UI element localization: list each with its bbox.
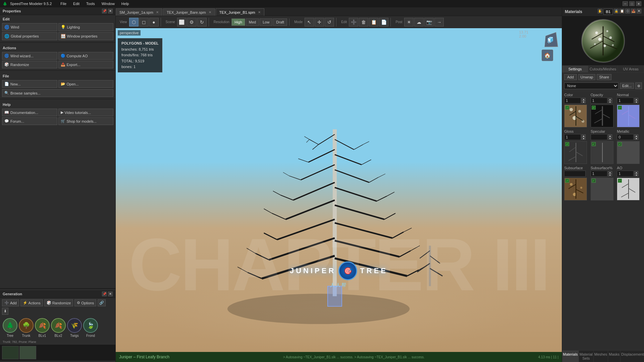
edit-copy-button[interactable]: 📋 (369, 18, 378, 26)
subsurface-value[interactable] (564, 171, 586, 177)
post-cloud-button[interactable]: ☁ (414, 18, 424, 26)
panel-pin-button[interactable]: 📌 (102, 9, 107, 13)
global-properties-button[interactable]: 🌐Global properties (2, 32, 57, 40)
scene-btn-2[interactable]: ⚙ (187, 18, 197, 26)
compute-ao-button[interactable]: 🔵Compute AO (58, 52, 114, 60)
color-down[interactable]: ▼ (582, 101, 586, 103)
mode-move-button[interactable]: ✛ (315, 18, 324, 26)
menu-window[interactable]: Window (100, 2, 117, 6)
opacity-thumb[interactable]: ✓ (591, 105, 613, 127)
tab-settings[interactable]: Settings (562, 66, 588, 72)
bottom-tab-displacements[interactable]: Displacements (621, 351, 644, 362)
color-up[interactable]: ▲ (582, 98, 586, 101)
gen-add-button[interactable]: ➕ Add (2, 299, 19, 306)
shop-models-button[interactable]: 🛒Shop for models... (58, 117, 114, 125)
wind-wizard-button[interactable]: 🌀Wind wizard... (2, 52, 57, 60)
tree-node-frond[interactable]: 🍃 Frond (83, 318, 98, 338)
gloss-down[interactable]: ▼ (582, 137, 586, 140)
mat-add-icon-button[interactable]: ➕ (625, 9, 630, 13)
new-button[interactable]: 📄New... (2, 80, 57, 88)
panel-close-button[interactable]: ✕ (108, 9, 113, 13)
menu-edit[interactable]: Edit (71, 2, 82, 6)
bottom-tab-masks[interactable]: Masks (608, 351, 621, 362)
tab-uv-areas[interactable]: UV Areas (618, 66, 644, 72)
mat-edit-button[interactable]: Edit... (620, 83, 634, 89)
view-solid-button[interactable]: ● (149, 18, 159, 26)
gen-close-button[interactable]: ✕ (108, 292, 113, 296)
res-low-button[interactable]: Low (260, 18, 272, 26)
tab-tex-bare[interactable]: TEX_Juniper_Bare.spm ✕ (163, 8, 215, 16)
gen-link-button[interactable]: 🔗 (98, 299, 106, 306)
subsurface-pct-thumb[interactable]: ✓ (591, 178, 613, 200)
view-perspective-button[interactable]: ⬡ (129, 18, 139, 26)
res-high-button[interactable]: High (231, 18, 245, 26)
mode-select-button[interactable]: ↖ (305, 18, 314, 26)
bottom-tab-meshes[interactable]: Meshes (594, 351, 608, 362)
lighting-button[interactable]: 💡Lighting (58, 23, 114, 31)
metallic-up[interactable]: ▲ (634, 134, 638, 137)
viewport[interactable]: perspective POLYGONS - MODEL branches: 8… (116, 28, 562, 362)
nav-home-button[interactable]: 🏠 (542, 50, 553, 61)
mat-lock-button[interactable]: 🔒 (614, 9, 619, 13)
mat-add-button[interactable]: Add (564, 74, 577, 80)
spec-up[interactable]: ▲ (608, 134, 612, 137)
nav-cube[interactable]: 🧊 (542, 32, 558, 48)
forum-button[interactable]: 💬Forum... (2, 117, 57, 125)
subpct-down[interactable]: ▼ (608, 174, 612, 176)
mat-unwrap-button[interactable]: Unwrap (578, 74, 596, 80)
view-wireframe-button[interactable]: ◻ (139, 18, 149, 26)
tree-node-blv1[interactable]: 🍂 BLv1 (35, 318, 50, 338)
post-arrow-button[interactable]: → (434, 18, 444, 26)
color-thumb[interactable]: ✓ (564, 105, 587, 127)
tree-node-tree[interactable]: 🌲 Tree (3, 318, 17, 338)
bottom-tab-material-sets[interactable]: Material Sets (579, 351, 594, 362)
wind-button[interactable]: 🌀Wind (2, 23, 57, 31)
tree-node-trunk[interactable]: 🌳 Trunk (19, 318, 34, 338)
mat-share-button[interactable]: Share (597, 74, 611, 80)
normal-up[interactable]: ▲ (634, 98, 638, 101)
post-sun-button[interactable]: ☀ (404, 18, 414, 26)
gen-actions-button[interactable]: ⚡ Actions (20, 299, 43, 306)
mat-close-button[interactable]: ✕ (637, 9, 641, 13)
normal-value[interactable] (617, 98, 634, 104)
normal-thumb[interactable]: ✓ (617, 105, 640, 127)
scene-btn-3[interactable]: ↻ (197, 18, 207, 26)
specular-thumb[interactable]: ✓ (591, 141, 613, 164)
export-button[interactable]: 📤Export... (58, 61, 114, 68)
gloss-thumb[interactable]: ✓ (564, 141, 587, 164)
subpct-up[interactable]: ▲ (608, 171, 612, 174)
gen-extra-button[interactable]: ⬇ (2, 308, 8, 315)
randomize-button[interactable]: 🎲Randomize (2, 61, 57, 68)
edit-delete-button[interactable]: 🗑 (359, 18, 368, 26)
open-button[interactable]: 📂Open... (58, 80, 114, 88)
opacity-up[interactable]: ▲ (608, 98, 612, 101)
ao-value[interactable] (617, 171, 634, 177)
post-camera-button[interactable]: 📷 (424, 18, 434, 26)
video-tutorials-button[interactable]: ▶Video tutorials... (58, 109, 114, 116)
ao-thumb[interactable]: ✓ (617, 178, 640, 200)
close-button[interactable]: ✕ (636, 1, 641, 6)
res-draft-button[interactable]: Draft (273, 18, 287, 26)
tree-node-blv2[interactable]: 🍂 BLv2 (51, 318, 66, 338)
gen-randomize-button[interactable]: 🎲 Randomize (44, 299, 73, 306)
tab-sm-juniper[interactable]: SM_Juniper_1a.spm ✕ (116, 8, 162, 16)
ao-up[interactable]: ▲ (634, 171, 638, 174)
edit-paste-button[interactable]: 📄 (379, 18, 388, 26)
tab-close-2[interactable]: ✕ (209, 10, 211, 14)
mode-rotate-button[interactable]: ↺ (325, 18, 334, 26)
minimize-button[interactable]: ─ (623, 1, 628, 6)
specular-value[interactable] (591, 134, 607, 140)
edit-add-button[interactable]: ➕ (349, 18, 358, 26)
tab-close-1[interactable]: ✕ (156, 10, 159, 14)
subsurface-pct-value[interactable] (591, 171, 607, 177)
bottom-tab-materials[interactable]: Materials (562, 351, 579, 362)
scene-btn-1[interactable]: ⬜ (177, 18, 186, 26)
gloss-up[interactable]: ▲ (582, 134, 586, 137)
browse-samples-button[interactable]: 🔍Browse samples... (2, 89, 113, 97)
opacity-value[interactable] (591, 98, 607, 104)
subsurface-thumb[interactable]: ✓ (564, 178, 587, 200)
mat-settings-icon-button[interactable]: ⚙ (635, 82, 642, 89)
mat-clipboard-button[interactable]: 📋 (620, 9, 624, 13)
ao-down[interactable]: ▼ (634, 174, 638, 176)
metallic-value[interactable] (617, 134, 634, 140)
